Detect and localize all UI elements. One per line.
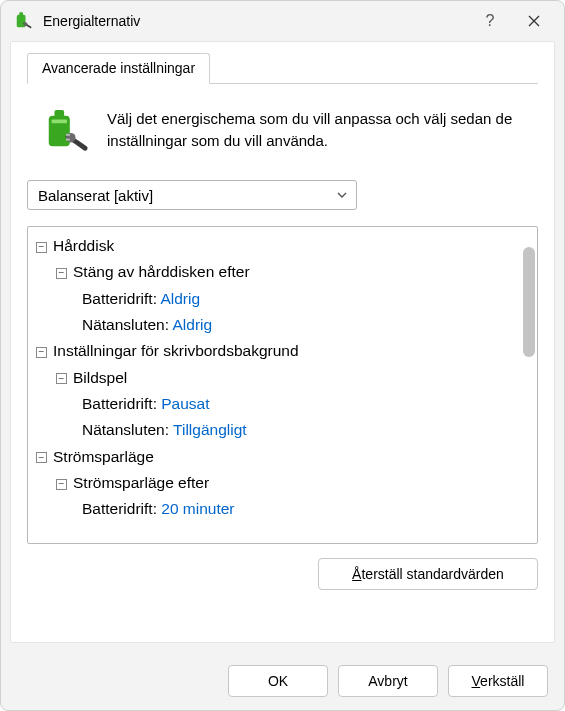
svg-point-2 [24, 22, 28, 26]
collapse-icon[interactable]: − [36, 242, 47, 253]
collapse-icon[interactable]: − [56, 373, 67, 384]
mnemonic: V [472, 673, 481, 689]
restore-defaults-button[interactable]: Återställ standardvärden [318, 558, 538, 590]
client-area: Avancerade inställningar Välj det energi… [10, 41, 555, 643]
tree-node-harddisk[interactable]: −Hårddisk [34, 233, 533, 259]
intro-section: Välj det energischema som du vill anpass… [27, 84, 538, 180]
intro-text: Välj det energischema som du vill anpass… [107, 108, 518, 152]
button-text: erkställ [480, 673, 524, 689]
tab-advanced-settings[interactable]: Avancerade inställningar [27, 53, 210, 84]
dialog-footer: OK Avbryt Verkställ [1, 652, 564, 710]
tree-leaf-slideshow-battery[interactable]: Batteridrift: Pausat [34, 391, 533, 417]
setting-label: Nätansluten: [82, 421, 169, 438]
svg-rect-1 [19, 12, 23, 15]
tree-node-desktop-bg[interactable]: −Inställningar för skrivbordsbakgrund [34, 338, 533, 364]
tree-node-slideshow[interactable]: −Bildspel [34, 365, 533, 391]
titlebar: Energialternativ ? [1, 1, 564, 41]
tree-leaf-slideshow-plugged[interactable]: Nätansluten: Tillgängligt [34, 417, 533, 443]
battery-plug-icon [13, 11, 33, 31]
setting-value[interactable]: Aldrig [160, 290, 200, 307]
tree-label: Inställningar för skrivbordsbakgrund [53, 342, 299, 359]
tree-label: Strömsparläge efter [73, 474, 209, 491]
svg-rect-5 [52, 120, 67, 124]
tree-label: Hårddisk [53, 237, 114, 254]
tabstrip: Avancerade inställningar [27, 52, 538, 83]
setting-value[interactable]: Pausat [161, 395, 209, 412]
collapse-icon[interactable]: − [36, 347, 47, 358]
setting-label: Batteridrift: [82, 500, 157, 517]
collapse-icon[interactable]: − [36, 452, 47, 463]
tree-label: Strömsparläge [53, 448, 154, 465]
tree-node-sleep-after[interactable]: −Strömsparläge efter [34, 470, 533, 496]
tree-leaf-hdd-plugged[interactable]: Nätansluten: Aldrig [34, 312, 533, 338]
svg-rect-7 [66, 134, 70, 136]
power-plan-selected: Balanserat [aktiv] [38, 187, 153, 204]
setting-value[interactable]: 20 minuter [161, 500, 234, 517]
settings-tree-container: −Hårddisk −Stäng av hårddisken efter Bat… [27, 226, 538, 544]
settings-tree[interactable]: −Hårddisk −Stäng av hårddisken efter Bat… [28, 227, 537, 543]
setting-value[interactable]: Aldrig [172, 316, 212, 333]
svg-rect-4 [55, 110, 65, 118]
restore-row: Återställ standardvärden [27, 558, 538, 590]
cancel-button[interactable]: Avbryt [338, 665, 438, 697]
battery-plug-large-icon [43, 108, 89, 154]
svg-rect-8 [66, 139, 70, 141]
scrollbar-thumb[interactable] [523, 247, 535, 357]
setting-value[interactable]: Tillgängligt [173, 421, 247, 438]
collapse-icon[interactable]: − [56, 268, 67, 279]
button-text: terställ standardvärden [361, 566, 503, 582]
tree-leaf-hdd-battery[interactable]: Batteridrift: Aldrig [34, 286, 533, 312]
ok-button[interactable]: OK [228, 665, 328, 697]
close-button[interactable] [512, 6, 556, 36]
setting-label: Batteridrift: [82, 290, 157, 307]
setting-label: Nätansluten: [82, 316, 169, 333]
help-button[interactable]: ? [468, 6, 512, 36]
chevron-down-icon [336, 187, 348, 204]
tree-leaf-sleep-battery[interactable]: Batteridrift: 20 minuter [34, 496, 533, 522]
apply-button[interactable]: Verkställ [448, 665, 548, 697]
tree-node-turn-off-hdd[interactable]: −Stäng av hårddisken efter [34, 259, 533, 285]
collapse-icon[interactable]: − [56, 479, 67, 490]
tree-label: Bildspel [73, 369, 127, 386]
power-options-dialog: Energialternativ ? Avancerade inställnin… [0, 0, 565, 711]
tree-node-sleep[interactable]: −Strömsparläge [34, 444, 533, 470]
power-plan-select[interactable]: Balanserat [aktiv] [27, 180, 357, 210]
window-title: Energialternativ [43, 13, 468, 29]
setting-label: Batteridrift: [82, 395, 157, 412]
tree-label: Stäng av hårddisken efter [73, 263, 250, 280]
